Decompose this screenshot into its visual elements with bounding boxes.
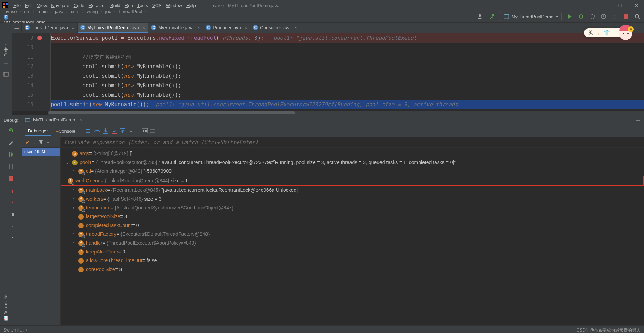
tree-twisty-icon[interactable]: ⌄ — [65, 158, 70, 167]
console-tab[interactable]: ●Console — [53, 127, 78, 136]
code-line[interactable]: pool1.submit(new MyRunnable()); pool1: "… — [51, 100, 644, 109]
close-icon[interactable]: × — [143, 25, 145, 30]
breadcrumb[interactable]: wang — [87, 9, 98, 14]
var-name[interactable]: args — [80, 149, 89, 158]
run-icon[interactable] — [566, 13, 573, 20]
horizontal-scrollbar[interactable] — [48, 111, 644, 115]
trace-icon[interactable] — [150, 128, 156, 134]
breadcrumb[interactable]: java — [55, 9, 63, 14]
var-name[interactable]: threadFactory — [86, 230, 116, 239]
collapse-icon[interactable]: ― — [4, 24, 8, 29]
editor-tab[interactable]: CMyThreadPoolDemo.java× — [78, 23, 148, 33]
menu-code[interactable]: Code — [74, 3, 85, 8]
variable-row[interactable]: ›fhandler = {ThreadPoolExecutor$AbortPol… — [61, 239, 644, 247]
rerun-icon[interactable] — [8, 127, 14, 134]
evaluate-input[interactable]: Evaluate expression (Enter) or add a wat… — [61, 137, 644, 148]
menu-window[interactable]: Window — [166, 3, 182, 8]
variable-row[interactable]: fcompletedTaskCount = 0 — [61, 221, 644, 230]
code-line[interactable] — [51, 43, 644, 52]
more-run-icon[interactable]: ⋮ — [612, 13, 618, 20]
debug-session-tab[interactable]: MyThreadPoolDemo × — [23, 115, 84, 125]
var-name[interactable]: allowCoreThreadTimeOut — [86, 256, 142, 265]
editor-tab[interactable]: CMyRunnable.java× — [148, 23, 203, 33]
variable-row[interactable]: ›fctl = {AtomicInteger@843} "-536870909" — [61, 167, 644, 176]
drop-frame-icon[interactable] — [128, 128, 134, 134]
step-into-icon[interactable] — [103, 128, 109, 134]
bookmarks-tool[interactable]: 📑 Bookmarks — [4, 294, 8, 321]
code-line[interactable]: //提交任务给线程池 — [51, 52, 644, 62]
menu-vcs[interactable]: VCS — [152, 3, 162, 8]
variable-row[interactable]: ›fmainLock = {ReentrantLock@845} "java.u… — [61, 186, 644, 195]
structure-icon[interactable] — [3, 71, 9, 77]
tree-twisty-icon[interactable]: › — [71, 239, 76, 247]
tree-twisty-icon[interactable]: › — [71, 167, 76, 176]
pause-icon[interactable] — [8, 163, 14, 170]
line-number[interactable]: 17 — [12, 109, 33, 111]
modify-run-icon[interactable] — [8, 139, 14, 146]
code-line[interactable] — [51, 109, 644, 111]
var-name[interactable]: corePoolSize — [86, 265, 115, 274]
var-name[interactable]: mainLock — [86, 186, 107, 195]
variable-row[interactable]: ›fworkQueue = {LinkedBlockingQueue@844} … — [61, 176, 644, 186]
variable-row[interactable]: fkeepAliveTime = 0 — [61, 247, 644, 256]
search-everywhere-icon[interactable] — [634, 13, 640, 20]
close-icon[interactable]: × — [197, 25, 200, 30]
variable-row[interactable]: ⌄≡pool1 = {ThreadPoolExecutor@735} "java… — [61, 158, 644, 167]
tree-twisty-icon[interactable]: › — [61, 176, 66, 185]
variable-row[interactable]: ›fworkers = {HashSet@846} size = 3 — [61, 195, 644, 203]
code-line[interactable]: pool1.submit(new MyRunnable()); — [51, 81, 644, 90]
editor-tab[interactable]: CThreadDemo.java× — [22, 23, 78, 33]
breadcrumb[interactable]: javase — [4, 9, 17, 14]
var-name[interactable]: keepAliveTime — [86, 247, 118, 256]
var-name[interactable]: ctl — [86, 167, 91, 176]
tree-twisty-icon[interactable]: › — [71, 230, 76, 239]
line-number[interactable]: 13 — [12, 71, 33, 81]
stack-frame[interactable]: main:16, M — [22, 148, 60, 156]
status-left[interactable]: Switch fr… × — [4, 328, 27, 333]
line-number[interactable]: 14 — [12, 81, 33, 90]
menu-navigate[interactable]: Navigate — [51, 3, 69, 8]
menu-edit[interactable]: Edit — [25, 3, 33, 8]
tree-twisty-icon[interactable]: › — [71, 203, 76, 212]
filter-icon[interactable] — [38, 139, 44, 145]
menu-refactor[interactable]: Refactor — [89, 3, 106, 8]
var-name[interactable]: largestPoolSize — [86, 212, 120, 221]
breakpoint-icon[interactable] — [37, 36, 42, 40]
debug-icon[interactable] — [578, 13, 584, 20]
breadcrumb[interactable]: juc — [105, 9, 111, 14]
menu-run[interactable]: Run — [125, 3, 133, 8]
menu-view[interactable]: View — [37, 3, 47, 8]
var-name[interactable]: termination — [86, 203, 110, 212]
coverage-icon[interactable] — [589, 13, 595, 20]
debugger-tab[interactable]: Debugger — [25, 126, 51, 136]
line-number[interactable]: 16 — [12, 100, 33, 109]
variable-row[interactable]: ›fthreadFactory = {Executors$DefaultThre… — [61, 230, 644, 239]
evaluate-icon[interactable] — [142, 128, 148, 134]
line-number[interactable]: 10 — [12, 43, 33, 52]
code-line[interactable]: pool1.submit(new MyRunnable()); — [51, 62, 644, 71]
editor[interactable]: 91011121314151617 ExecutorService pool1 … — [12, 33, 644, 111]
run-config-selector[interactable]: MyThreadPoolDemo — [500, 12, 562, 21]
build-hammer-icon[interactable] — [489, 13, 495, 20]
var-name[interactable]: pool1 — [80, 158, 92, 167]
maximize-icon[interactable]: ❐ — [618, 3, 623, 8]
resume-icon[interactable] — [8, 151, 14, 158]
variable-row[interactable]: fallowCoreThreadTimeOut = false — [61, 256, 644, 265]
tabs-collapse-icon[interactable]: ― — [12, 23, 22, 33]
line-number[interactable]: 11 — [12, 52, 33, 62]
line-number[interactable]: 15 — [12, 90, 33, 100]
close-window-icon[interactable]: ✕ — [634, 3, 638, 8]
menu-help[interactable]: Help — [186, 3, 196, 8]
stop-debug-icon[interactable] — [8, 175, 14, 182]
line-number[interactable]: 9 — [12, 33, 33, 43]
variable-row[interactable]: flargestPoolSize = 3 — [61, 212, 644, 221]
force-step-into-icon[interactable] — [111, 128, 117, 134]
step-out-icon[interactable] — [119, 128, 126, 134]
editor-tab[interactable]: CConsumer.java× — [250, 23, 300, 33]
breadcrumb[interactable]: src — [24, 9, 30, 14]
menu-build[interactable]: Build — [110, 3, 120, 8]
user-icon[interactable] — [477, 13, 484, 20]
var-name[interactable]: workQueue — [75, 176, 101, 185]
variable-row[interactable]: ›ftermination = {AbstractQueuedSynchroni… — [61, 203, 644, 212]
breadcrumb[interactable]: ThreadPool — [118, 9, 142, 14]
